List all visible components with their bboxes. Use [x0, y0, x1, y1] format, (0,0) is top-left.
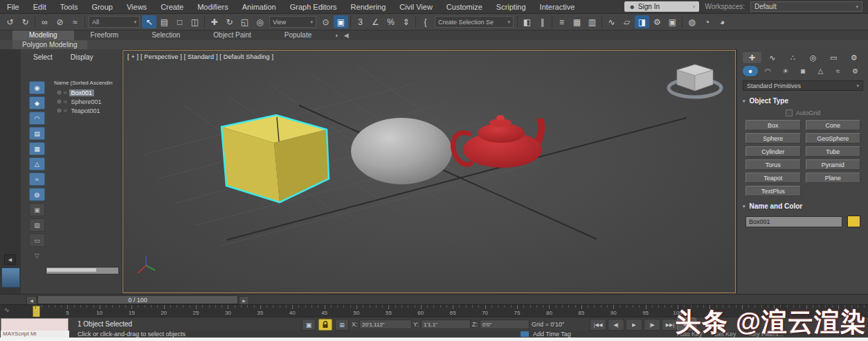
explorer-filter-button[interactable]: ▭ — [29, 234, 45, 247]
menu-interactive[interactable]: Interactive — [533, 3, 582, 11]
button-cylinder[interactable]: Cylinder — [745, 146, 801, 157]
geometry-category-button[interactable]: ● — [743, 66, 758, 76]
rectangular-selection-region-button[interactable]: □ — [172, 15, 187, 28]
select-and-place-button[interactable]: ◎ — [253, 15, 267, 28]
hierarchy-tab[interactable]: ∴ — [784, 52, 802, 63]
menu-graph-editors[interactable]: Graph Editors — [283, 3, 344, 11]
menu-modifiers[interactable]: Modifiers — [190, 3, 235, 11]
explorer-filter-button[interactable]: △ — [29, 157, 45, 170]
modify-tab[interactable]: ∿ — [763, 52, 782, 63]
select-and-link-button[interactable]: ∞ — [37, 15, 52, 28]
eye-icon[interactable]: ⊙ — [57, 89, 62, 96]
mini-curve-editor-button[interactable]: ∿ — [4, 306, 10, 313]
selection-filter-dropdown[interactable]: All▾ — [89, 16, 140, 28]
button-box[interactable]: Box — [745, 120, 801, 130]
spinner-snap-toggle[interactable]: ⇕ — [399, 15, 413, 28]
play-button[interactable]: ▶ — [626, 319, 642, 331]
menu-customize[interactable]: Customize — [440, 3, 489, 11]
time-slider-track[interactable]: ◀ 0 / 100 ▶ — [0, 294, 868, 305]
mirror-button[interactable]: ◧ — [520, 15, 534, 28]
tab-modeling[interactable]: Modeling — [12, 30, 74, 40]
sphere-object[interactable] — [351, 118, 452, 184]
eye-icon[interactable]: ⊙ — [57, 98, 62, 105]
menu-animation[interactable]: Animation — [235, 3, 283, 11]
object-name-field[interactable] — [745, 216, 842, 227]
horizontal-scrollbar[interactable] — [46, 267, 119, 274]
isolate-selection-toggle[interactable]: ▣ — [302, 319, 316, 331]
display-tab[interactable]: ▭ — [824, 52, 843, 63]
menu-rendering[interactable]: Rendering — [344, 3, 393, 11]
select-object-button[interactable]: ↖ — [142, 15, 156, 28]
maxscript-mini-listener[interactable] — [1, 318, 69, 332]
explorer-filter-button[interactable]: ▤ — [29, 127, 45, 140]
menu-select[interactable]: Select — [33, 53, 53, 61]
primitive-category-dropdown[interactable]: Standard Primitives ▾ — [743, 80, 863, 91]
viewport-label[interactable]: [ + ] [ Perspective ] [ Standard ] [ Def… — [127, 53, 273, 60]
button-teapot[interactable]: Teapot — [745, 173, 801, 183]
tab-polygon-modeling[interactable]: Polygon Modeling — [12, 40, 87, 49]
perspective-viewport[interactable]: [ + ] [ Perspective ] [ Standard ] [ Def… — [123, 50, 736, 293]
angle-snap-toggle[interactable]: ∠ — [368, 15, 383, 28]
explorer-filter-button[interactable]: ▣ — [29, 203, 45, 216]
explorer-filter-button[interactable]: ◠ — [29, 112, 45, 125]
bind-to-space-warp-button[interactable]: ≈ — [68, 15, 82, 28]
explorer-filter-button[interactable]: ◍ — [29, 188, 45, 201]
explorer-filter-button[interactable]: ▨ — [29, 218, 45, 231]
window-crossing-toggle[interactable]: ◫ — [188, 15, 202, 28]
toggle-layer-explorer-button[interactable]: ▥ — [585, 15, 599, 28]
select-by-name-button[interactable]: ▤ — [157, 15, 172, 28]
named-selection-sets-button[interactable]: { — [418, 15, 433, 28]
select-and-rotate-button[interactable]: ↻ — [222, 15, 237, 28]
button-tube[interactable]: Tube — [806, 146, 861, 157]
menu-scripting[interactable]: Scripting — [489, 3, 533, 11]
space-warps-category-button[interactable]: ≈ — [830, 66, 845, 76]
time-slider-handle[interactable]: 0 / 100 — [37, 295, 238, 304]
tab-object-paint[interactable]: Object Paint — [197, 30, 267, 40]
button-pyramid[interactable]: Pyramid — [806, 159, 861, 170]
create-tab[interactable]: ✚ — [743, 52, 761, 63]
name-column-header[interactable]: Name (Sorted Ascendin — [54, 80, 113, 86]
explorer-filter-button[interactable]: ▦ — [29, 142, 45, 155]
collapse-panel-button[interactable]: ◀ — [4, 254, 16, 265]
button-sphere[interactable]: Sphere — [745, 133, 801, 143]
add-time-tag-button[interactable]: Add Time Tag — [533, 331, 571, 338]
render-production-button[interactable]: ◍ — [685, 15, 699, 28]
tab-selection[interactable]: Selection — [135, 30, 197, 40]
toggle-scene-explorer-button[interactable]: ▦ — [570, 15, 584, 28]
explorer-filter-button[interactable]: ◉ — [29, 81, 45, 94]
percent-snap-toggle[interactable]: % — [383, 15, 398, 28]
use-pivot-point-center-button[interactable]: ⊙ — [318, 15, 333, 28]
ribbon-config-icon[interactable]: ◐ — [335, 32, 338, 39]
layer-manager-button[interactable]: ≡ — [554, 15, 569, 28]
list-item-teapot001[interactable]: ⊙○Teapot001 — [57, 106, 120, 115]
shapes-category-button[interactable]: ◠ — [760, 66, 775, 76]
button-cone[interactable]: Cone — [806, 120, 861, 130]
filter-funnel-icon[interactable]: ▽ — [29, 249, 45, 262]
next-frame-button[interactable]: |▶ — [644, 319, 660, 331]
eye-icon[interactable]: ⊙ — [57, 107, 62, 114]
create-selection-set-dropdown[interactable]: Create Selection Se▾ — [435, 16, 514, 28]
y-coordinate-field[interactable]: 1'1.1" — [421, 320, 471, 329]
workspace-dropdown[interactable]: Default ▾ — [750, 1, 862, 12]
box-object[interactable] — [221, 115, 329, 202]
ribbon-collapse-icon[interactable]: ◀ — [344, 32, 349, 39]
select-and-manipulate-button[interactable]: ▣ — [334, 15, 348, 28]
render-in-cloud-button[interactable]: ◕ — [715, 15, 730, 28]
explorer-filter-button[interactable]: ◆ — [29, 96, 45, 110]
unlink-selection-button[interactable]: ⊘ — [53, 15, 67, 28]
scrollbar-thumb[interactable] — [47, 268, 96, 272]
go-to-start-button[interactable]: |◀◀ — [590, 319, 606, 331]
button-torus[interactable]: Torus — [745, 159, 801, 170]
x-coordinate-field[interactable]: 20'1.112" — [359, 320, 412, 329]
object-type-rollout-header[interactable]: ▾ Object Type — [743, 96, 863, 105]
explorer-filter-button[interactable]: ≈ — [29, 173, 45, 186]
sign-in-button[interactable]: ☻ Sign In ▾ — [624, 1, 699, 12]
absolute-mode-toggle[interactable]: ⊞ — [335, 319, 349, 331]
menu-civil-view[interactable]: Civil View — [392, 3, 439, 11]
menu-file[interactable]: File — [0, 3, 26, 11]
tab-populate[interactable]: Populate — [268, 30, 328, 40]
tab-freeform[interactable]: Freeform — [74, 30, 136, 40]
cameras-category-button[interactable]: ◙ — [795, 66, 811, 76]
utilities-tab[interactable]: ⚙ — [845, 52, 864, 63]
name-and-color-rollout-header[interactable]: ▾ Name and Color — [743, 202, 863, 211]
